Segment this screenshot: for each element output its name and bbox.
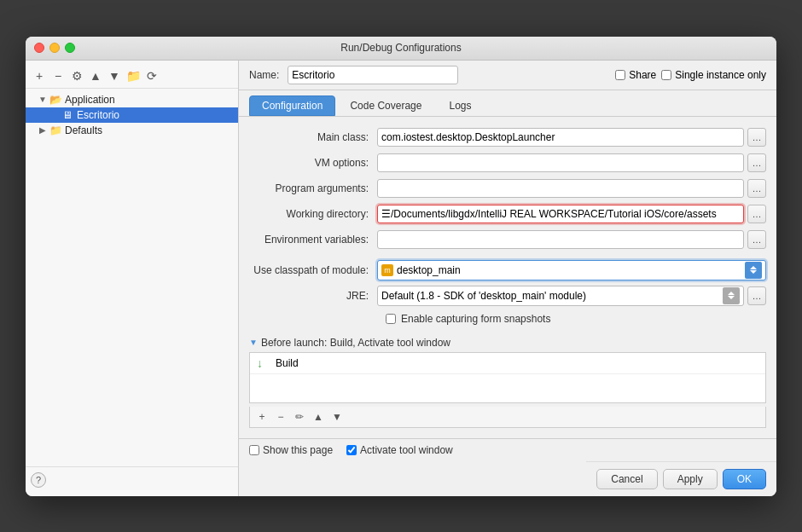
classpath-module-label: Use classpath of module:: [249, 264, 377, 276]
window-body: + − ⚙ ▲ ▼ 📁 ⟳ ▼ 📂 Application 🖥 Escritor…: [26, 61, 776, 496]
single-instance-checkbox-area: Single instance only: [661, 69, 766, 81]
main-window: Run/Debug Configurations + − ⚙ ▲ ▼ 📁 ⟳ ▼…: [26, 37, 776, 496]
vm-options-browse-button[interactable]: …: [747, 153, 766, 172]
jre-arrow-down-icon: [728, 296, 735, 299]
action-buttons: Cancel Apply OK: [586, 461, 776, 496]
main-class-label: Main class:: [249, 131, 377, 143]
before-launch-edit-button[interactable]: ✏: [291, 409, 308, 425]
jre-arrow[interactable]: [723, 287, 740, 304]
sidebar-item-escritorio[interactable]: 🖥 Escritorio: [26, 107, 238, 123]
single-instance-label: Single instance only: [675, 69, 766, 81]
program-args-label: Program arguments:: [249, 182, 377, 194]
program-args-input[interactable]: [377, 179, 744, 198]
classpath-module-value: desktop_main: [397, 264, 461, 276]
defaults-folder-icon: 📁: [49, 124, 61, 136]
module-icon: m: [381, 264, 393, 276]
application-folder-icon: 📂: [49, 94, 61, 106]
sidebar-item-defaults-label: Defaults: [65, 124, 102, 136]
vm-options-row: VM options: …: [249, 153, 766, 173]
add-config-button[interactable]: +: [31, 67, 48, 84]
classpath-module-arrow[interactable]: [745, 262, 762, 279]
working-dir-input[interactable]: [377, 205, 744, 223]
minimize-button[interactable]: [49, 43, 60, 53]
single-instance-checkbox[interactable]: [661, 70, 671, 80]
launch-build-label: Build: [276, 357, 299, 369]
build-icon: ↓: [257, 356, 270, 370]
sidebar-item-escritorio-label: Escritorio: [77, 109, 119, 121]
enable-snapshots-row: Enable capturing form snapshots: [249, 313, 766, 325]
show-page-label: Show this page: [263, 444, 333, 456]
program-args-browse-button[interactable]: …: [747, 179, 766, 198]
tab-configuration-label: Configuration: [262, 100, 323, 112]
before-launch-add-button[interactable]: +: [253, 409, 270, 425]
help-button[interactable]: ?: [31, 472, 46, 488]
program-args-row: Program arguments: …: [249, 178, 766, 199]
jre-label: JRE:: [249, 290, 377, 302]
env-vars-row: Environment variables: …: [249, 229, 766, 250]
share-checkbox[interactable]: [615, 70, 625, 80]
working-dir-field: …: [377, 205, 766, 223]
working-dir-label: Working directory:: [249, 208, 377, 220]
tab-logs[interactable]: Logs: [436, 95, 484, 116]
before-launch-up-button[interactable]: ▲: [310, 409, 327, 425]
before-launch-header[interactable]: ▼ Before launch: Build, Activate tool wi…: [249, 332, 766, 352]
before-launch-remove-button[interactable]: −: [272, 409, 289, 425]
sort-button[interactable]: ⟳: [143, 67, 160, 84]
main-panel: Name: Share Single instance only Confi: [239, 61, 776, 496]
help-icon: ?: [36, 475, 41, 485]
enable-snapshots-label: Enable capturing form snapshots: [401, 313, 550, 325]
sidebar: + − ⚙ ▲ ▼ 📁 ⟳ ▼ 📂 Application 🖥 Escritor…: [26, 61, 239, 496]
main-class-browse-button[interactable]: …: [747, 128, 766, 147]
remove-config-button[interactable]: −: [49, 67, 67, 84]
sidebar-item-application[interactable]: ▼ 📂 Application: [26, 92, 238, 107]
close-button[interactable]: [34, 43, 44, 53]
name-input[interactable]: [288, 66, 458, 84]
working-dir-browse-button[interactable]: …: [747, 205, 766, 223]
sidebar-help: ?: [26, 466, 238, 493]
before-launch-down-button[interactable]: ▼: [328, 409, 346, 425]
jre-row: JRE: Default (1.8 - SDK of 'desktop_main…: [249, 286, 766, 306]
vm-options-label: VM options:: [249, 157, 377, 169]
sidebar-item-defaults[interactable]: ▶ 📁 Defaults: [26, 123, 238, 138]
move-up-button[interactable]: ▲: [87, 67, 104, 84]
activate-tool-window-checkbox[interactable]: [346, 445, 357, 455]
configuration-content: Main class: … VM options: … Prog: [239, 117, 776, 438]
ok-button[interactable]: OK: [723, 469, 766, 489]
expand-arrow-defaults: ▶: [38, 125, 48, 136]
traffic-lights: [34, 43, 75, 53]
vm-options-input[interactable]: [377, 153, 744, 172]
expand-arrow-application: ▼: [38, 95, 48, 105]
jre-select[interactable]: Default (1.8 - SDK of 'desktop_main' mod…: [377, 286, 744, 306]
show-page-area: Show this page: [249, 444, 333, 456]
section-collapse-icon: ▼: [249, 338, 258, 347]
move-down-button[interactable]: ▼: [106, 67, 123, 84]
launch-build-row: ↓ Build: [250, 353, 765, 374]
jre-browse-button[interactable]: …: [747, 286, 766, 305]
arrow-up-icon: [750, 266, 757, 269]
titlebar: Run/Debug Configurations: [26, 37, 776, 61]
enable-snapshots-checkbox[interactable]: [386, 314, 396, 324]
env-vars-field: …: [377, 230, 766, 249]
main-class-row: Main class: …: [249, 127, 766, 147]
tab-code-coverage[interactable]: Code Coverage: [337, 95, 434, 116]
escritorio-app-icon: 🖥: [61, 109, 73, 121]
maximize-button[interactable]: [65, 43, 75, 53]
working-dir-row: Working directory: …: [249, 204, 766, 224]
tab-configuration[interactable]: Configuration: [249, 95, 335, 116]
window-title: Run/Debug Configurations: [340, 42, 461, 54]
tabs-bar: Configuration Code Coverage Logs: [239, 90, 776, 117]
jre-value: Default (1.8 - SDK of 'desktop_main' mod…: [381, 290, 586, 302]
classpath-module-select[interactable]: m desktop_main: [377, 260, 766, 280]
folder-button[interactable]: 📁: [125, 67, 142, 84]
show-page-checkbox[interactable]: [249, 445, 259, 455]
apply-button[interactable]: Apply: [663, 469, 718, 489]
sidebar-tree: ▼ 📂 Application 🖥 Escritorio ▶ 📁 Default…: [26, 89, 238, 466]
main-class-input[interactable]: [377, 128, 744, 147]
env-vars-browse-button[interactable]: …: [747, 230, 766, 249]
env-vars-input[interactable]: [377, 230, 744, 249]
cancel-button[interactable]: Cancel: [596, 469, 657, 489]
footer-options: Show this page Activate tool window: [239, 438, 776, 461]
header-bar: Name: Share Single instance only: [239, 61, 776, 90]
settings-button[interactable]: ⚙: [68, 67, 85, 84]
arrow-down-icon: [750, 270, 757, 274]
